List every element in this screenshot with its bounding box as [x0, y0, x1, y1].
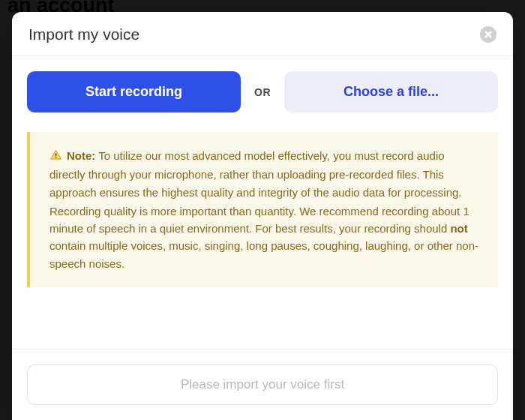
note-label: Note: — [67, 149, 95, 162]
note-paragraph-1: To utilize our most advanced model effec… — [50, 149, 462, 199]
svg-rect-1 — [56, 157, 56, 158]
or-separator: OR — [254, 86, 271, 98]
import-voice-submit-button: Please import your voice first — [27, 364, 498, 405]
choose-file-button[interactable]: Choose a file... — [284, 71, 498, 112]
svg-rect-0 — [56, 153, 56, 156]
warning-icon — [50, 148, 62, 166]
note-paragraph-2a: Recording quality is more important than… — [50, 205, 470, 235]
close-icon — [484, 29, 492, 40]
modal-title: Import my voice — [28, 26, 140, 44]
action-button-row: Start recording OR Choose a file... — [27, 71, 498, 112]
note-paragraph-2b: contain multiple voices, music, singing,… — [50, 239, 478, 269]
modal-header: Import my voice — [12, 12, 513, 56]
modal-body: Start recording OR Choose a file... Note… — [12, 56, 513, 349]
start-recording-button[interactable]: Start recording — [27, 71, 241, 112]
note-box: Note: To utilize our most advanced model… — [27, 132, 498, 287]
close-button[interactable] — [480, 26, 496, 43]
import-voice-modal: Import my voice Start recording OR Choos… — [12, 12, 513, 420]
modal-footer: Please import your voice first — [12, 349, 513, 420]
note-paragraph-2-bold: not — [450, 222, 467, 235]
